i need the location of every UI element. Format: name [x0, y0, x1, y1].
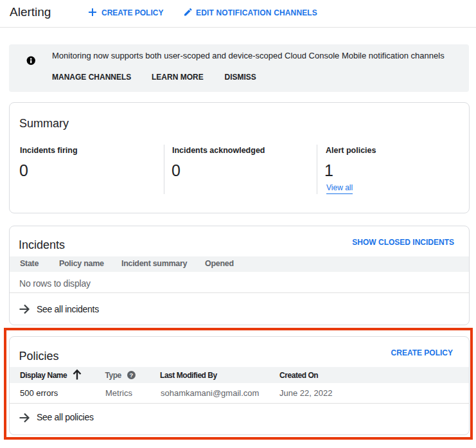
svg-text:?: ? [130, 372, 134, 379]
